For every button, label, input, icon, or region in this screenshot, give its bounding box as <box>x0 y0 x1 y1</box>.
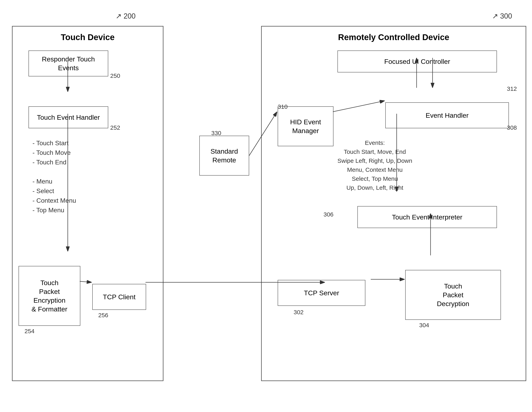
ref-250: 250 <box>110 72 120 79</box>
ref-304: 304 <box>419 322 429 329</box>
standard-remote-block: Standard Remote <box>199 136 249 176</box>
event-handler-label: Event Handler <box>426 111 468 120</box>
ref-200-arrow: ↗ 200 <box>116 12 135 20</box>
touch-event-interpreter-block: Touch Event Interpreter <box>357 206 497 228</box>
touch-packet-decryption-label: Touch Packet Decryption <box>437 282 469 308</box>
touch-packet-decryption-block: Touch Packet Decryption <box>405 270 501 320</box>
responder-touch-events-block: Responder Touch Events <box>28 50 108 76</box>
touch-event-handler-label: Touch Event Handler <box>37 113 100 122</box>
remotely-controlled-device-box: Remotely Controlled Device Focused UI Co… <box>261 26 526 381</box>
touch-packet-encryption-block: Touch Packet Encryption & Formatter <box>19 266 80 326</box>
responder-touch-events-label: Responder Touch Events <box>42 55 95 72</box>
touch-events-list: - Touch Start - Touch Move - Touch End -… <box>32 138 76 215</box>
ref-256: 256 <box>98 312 108 319</box>
hid-event-manager-block: HID Event Manager <box>278 106 333 146</box>
ref-310: 310 <box>278 103 288 110</box>
tcp-server-label: TCP Server <box>304 288 339 297</box>
touch-device-box: Touch Device Responder Touch Events 250 … <box>12 26 163 381</box>
ref-200-label: 200 <box>124 12 135 20</box>
event-handler-block: Event Handler <box>385 102 509 128</box>
focused-ui-controller-block: Focused UI Controller <box>337 50 497 72</box>
events-label: Events: Touch Start, Move, End Swipe Lef… <box>337 138 412 192</box>
hid-event-manager-label: HID Event Manager <box>290 118 321 135</box>
ref-306: 306 <box>323 211 333 218</box>
remotely-controlled-device-title: Remotely Controlled Device <box>262 32 526 42</box>
ref-300-label: 300 <box>500 12 512 20</box>
standard-remote-label: Standard Remote <box>210 147 238 164</box>
tcp-client-label: TCP Client <box>103 293 135 301</box>
touch-event-interpreter-label: Touch Event Interpreter <box>392 213 462 221</box>
tcp-server-block: TCP Server <box>278 280 365 306</box>
ref-252: 252 <box>110 124 120 131</box>
focused-ui-controller-label: Focused UI Controller <box>384 57 450 66</box>
ref-300-arrow: ↗ 300 <box>492 12 512 20</box>
ref-330: 330 <box>211 130 221 137</box>
diagram-container: ↗ 200 ↗ 300 Touch Device Responder Touch… <box>12 12 520 400</box>
ref-302: 302 <box>294 309 304 316</box>
ref-308: 308 <box>507 124 517 131</box>
touch-event-handler-block: Touch Event Handler <box>28 106 108 128</box>
touch-packet-encryption-label: Touch Packet Encryption & Formatter <box>31 278 67 314</box>
touch-device-title: Touch Device <box>13 32 163 42</box>
ref-312: 312 <box>507 85 517 92</box>
tcp-client-block: TCP Client <box>92 284 146 310</box>
ref-254: 254 <box>25 328 35 334</box>
